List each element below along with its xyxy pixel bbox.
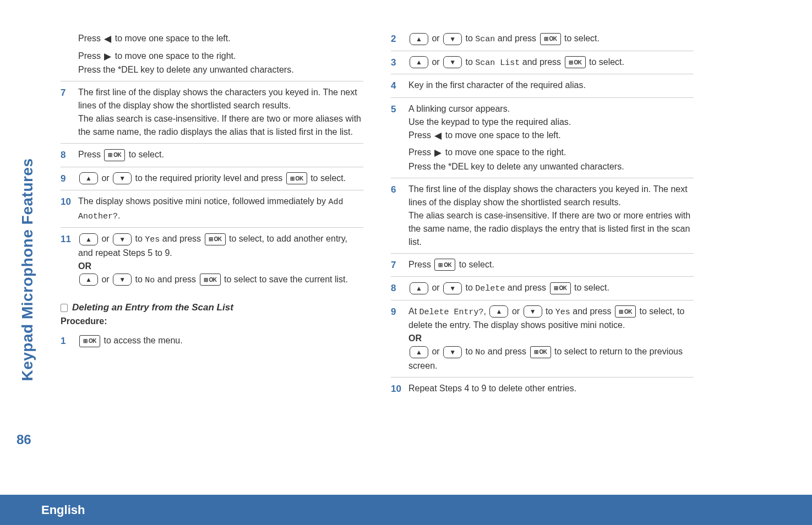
ok-button-icon: ⊞ OK [565, 56, 586, 68]
text: and press [520, 57, 563, 67]
text: to [463, 57, 475, 67]
step-7b: 7 Press ⊞ OK to select. [391, 254, 694, 277]
text: to [543, 307, 555, 316]
text: to access the menu. [101, 336, 183, 345]
text: The first line of the display shows the … [78, 86, 363, 112]
text: Use the keypad to type the required alia… [408, 116, 694, 129]
step-1: 1 ⊞ OK to access the menu. [61, 330, 363, 353]
arrow-right-icon: ▶ [104, 50, 111, 64]
text: to move one space to the right. [443, 147, 566, 157]
ok-button-icon: ⊞ OK [550, 282, 571, 294]
step-number: 2 [391, 32, 403, 46]
text: or [509, 307, 522, 316]
text: and press [160, 234, 203, 243]
step-2: 2 ▲ or ▼ to Scan and press ⊞ OK to selec… [391, 28, 694, 51]
up-button-icon: ▲ [79, 274, 98, 286]
text: The display shows positive mini notice, … [78, 196, 328, 206]
text: and press [485, 347, 528, 356]
up-button-icon: ▲ [79, 172, 98, 184]
text: Press the *DEL key to delete any unwante… [408, 160, 694, 173]
arrow-left-icon: ◀ [104, 32, 111, 46]
step-8: 8 Press ⊞ OK to select. [61, 144, 363, 167]
text: Press [78, 51, 103, 61]
step-5: 5 A blinking cursor appears. Use the key… [391, 98, 694, 178]
or-label: OR [78, 260, 363, 273]
step-number: 11 [61, 232, 73, 287]
step-number: 8 [391, 281, 403, 296]
text: to move one space to the right. [112, 51, 236, 61]
step-number: 7 [391, 258, 403, 272]
text: and press [505, 283, 548, 292]
text: Press [78, 150, 103, 159]
text: and press [155, 275, 198, 284]
down-button-icon: ▼ [113, 233, 132, 245]
text: to select. [308, 173, 346, 183]
up-button-icon: ▲ [410, 56, 428, 68]
arrow-right-icon: ▶ [434, 146, 442, 160]
step-4: 4 Key in the first character of the requ… [391, 74, 694, 98]
ok-button-icon: ⊞ OK [104, 149, 125, 161]
document-icon [61, 304, 68, 312]
ok-button-icon: ⊞ OK [530, 346, 551, 358]
step-8b: 8 ▲ or ▼ to Delete and press ⊞ OK to sel… [391, 277, 694, 300]
sidebar: Keypad Microphone Features [17, 149, 39, 391]
page-number: 86 [17, 432, 31, 447]
step-number: 3 [391, 56, 403, 70]
section-title-text: Deleting an Entry from the Scan List [72, 302, 233, 313]
text: or [429, 283, 442, 292]
text: A blinking cursor appears. [408, 102, 694, 116]
ok-button-icon: ⊞ OK [200, 274, 221, 286]
text: The alias search is case-insensitive. If… [408, 209, 694, 249]
down-button-icon: ▼ [524, 305, 542, 318]
text: Press the *DEL key to delete any unwante… [78, 63, 363, 76]
up-button-icon: ▲ [79, 233, 98, 245]
left-column: Press ◀ to move one space to the left. P… [61, 28, 363, 400]
up-button-icon: ▲ [410, 346, 428, 358]
step-6: 6 The first line of the display shows th… [391, 178, 694, 254]
text: Press [408, 260, 433, 269]
mono-text: Yes [145, 235, 160, 244]
text: The alias search is case-insensitive. If… [78, 112, 363, 139]
text: The first line of the display shows the … [408, 183, 694, 209]
text: to select. [562, 34, 600, 43]
ok-button-icon: ⊞ OK [540, 33, 561, 45]
text: to select. [126, 150, 164, 159]
mono-text: Scan List [475, 58, 520, 68]
text: to select. [456, 260, 494, 269]
pre-step: Press ◀ to move one space to the left. P… [61, 28, 363, 81]
mono-text: No [475, 348, 485, 357]
step-number: 4 [391, 79, 403, 93]
down-button-icon: ▼ [113, 274, 132, 286]
text: to move one space to the left. [112, 34, 230, 43]
ok-button-icon: ⊞ OK [205, 233, 226, 245]
text: Repeat Steps 4 to 9 to delete other entr… [408, 382, 694, 396]
text: Press [408, 130, 433, 140]
language-label: English [41, 503, 85, 517]
step-number: 9 [391, 305, 403, 373]
text: or [429, 57, 442, 67]
mono-text: Yes [555, 308, 570, 317]
mono-text: No [145, 276, 155, 285]
mono-text: Delete [475, 284, 505, 293]
step-number: 10 [61, 195, 73, 223]
text: or [429, 34, 442, 43]
step-number: 7 [61, 86, 73, 139]
section-heading: Deleting an Entry from the Scan List [61, 302, 363, 313]
step-number: 8 [61, 148, 73, 162]
text: to [463, 347, 475, 356]
text: and press [495, 34, 538, 43]
ok-button-icon: ⊞ OK [615, 305, 636, 318]
up-button-icon: ▲ [489, 305, 508, 318]
text: and press [570, 307, 614, 316]
sidebar-title: Keypad Microphone Features [19, 158, 36, 381]
down-button-icon: ▼ [443, 346, 462, 358]
text: to [463, 34, 475, 43]
up-button-icon: ▲ [410, 282, 428, 294]
text: At [408, 307, 419, 316]
text: Key in the first character of the requir… [408, 79, 694, 93]
step-number: 9 [61, 172, 73, 186]
text: to move one space to the left. [443, 130, 560, 140]
text: or [99, 234, 112, 243]
step-3: 3 ▲ or ▼ to Scan List and press ⊞ OK to … [391, 51, 694, 75]
text: to [133, 275, 145, 284]
